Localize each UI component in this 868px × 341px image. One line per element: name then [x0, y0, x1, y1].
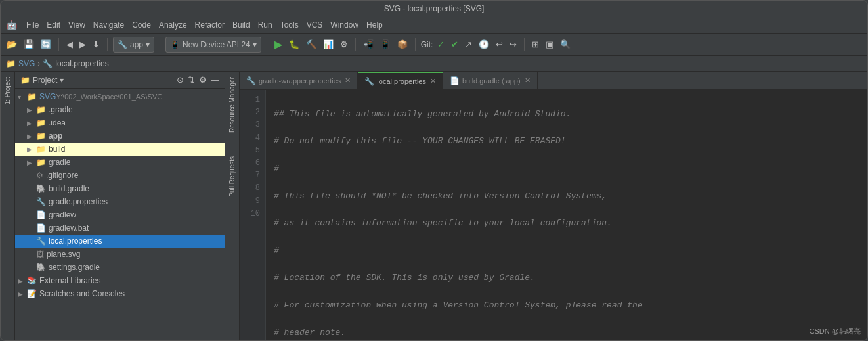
menu-refactor[interactable]: Refactor — [191, 19, 228, 31]
menu-analyze[interactable]: Analyze — [155, 19, 191, 31]
sdk-btn[interactable]: 📦 — [395, 38, 410, 51]
sep-2 — [107, 38, 108, 51]
tab-local-properties[interactable]: 🔧 local.properties ✕ — [358, 72, 443, 90]
project-tab[interactable]: 1: Project — [2, 72, 13, 110]
menu-edit[interactable]: Edit — [43, 19, 64, 31]
pull-requests-tab[interactable]: Pull Requests — [227, 151, 238, 202]
back-btn[interactable]: ◀ — [64, 38, 75, 51]
tree-root[interactable]: ▾ 📁 SVG Y:\002_WorkSpace\001_AS\SVG — [15, 90, 225, 103]
project-folder-icon: 📁 — [20, 76, 30, 85]
device-dropdown[interactable]: 📱 New Device API 24 ▾ — [165, 37, 261, 53]
toolbar: 📂 💾 🔄 ◀ ▶ ⬇ 🔧 app ▾ 📱 New Device API 24 … — [1, 34, 867, 56]
sep-7 — [524, 38, 525, 51]
menu-navigate[interactable]: Navigate — [89, 19, 128, 31]
code-editor[interactable]: 1 2 3 4 5 6 7 8 9 10 ## This file is aut… — [240, 90, 867, 341]
build2-btn[interactable]: ⚙ — [338, 38, 350, 51]
tree-scratches[interactable]: ▶ 📝 Scratches and Consoles — [15, 287, 225, 300]
tab-gradle-wrapper-close[interactable]: ✕ — [345, 76, 351, 85]
menu-build[interactable]: Build — [228, 19, 254, 31]
tree-app-folder[interactable]: ▶ 📁 app — [15, 129, 225, 143]
menu-window[interactable]: Window — [326, 19, 362, 31]
device-icon: 📱 — [170, 40, 180, 49]
gradlew-bat-label: gradlew.bat — [49, 223, 89, 233]
tree-gitignore[interactable]: ⚙ .gitignore — [15, 169, 225, 182]
title-text: SVG - local.properties [SVG] — [384, 4, 485, 13]
ln-10: 10 — [245, 208, 260, 220]
tree-local-properties[interactable]: 🔧 local.properties — [15, 235, 225, 248]
forward-btn[interactable]: ▶ — [77, 38, 88, 51]
tree-plane-svg[interactable]: 🖼 plane.svg — [15, 248, 225, 261]
recent-btn[interactable]: ⬇ — [91, 38, 102, 51]
close-panel-icon[interactable]: — — [211, 75, 219, 85]
code-line-4: # This file should *NOT* be checked into… — [274, 190, 859, 204]
git-check2-btn[interactable]: ✔ — [449, 38, 460, 51]
breadcrumb-file[interactable]: local.properties — [55, 59, 108, 68]
menu-file[interactable]: File — [22, 19, 43, 31]
gitignore-icon: ⚙ — [36, 171, 43, 180]
menu-tools[interactable]: Tools — [276, 19, 303, 31]
tree-build-gradle[interactable]: 🐘 build.gradle — [15, 182, 225, 195]
project-actions: ⊙ ⇅ ⚙ — — [177, 75, 219, 85]
settings-icon[interactable]: ⚙ — [199, 75, 207, 85]
ln-1: 1 — [245, 94, 260, 106]
git-check-btn[interactable]: ✓ — [435, 38, 446, 51]
tree-gradle-folder[interactable]: ▶ 📁 .gradle — [15, 103, 225, 116]
scope-icon[interactable]: ⊙ — [177, 75, 184, 85]
root-path: Y:\002_WorkSpace\001_AS\SVG — [56, 93, 162, 101]
menu-help[interactable]: Help — [362, 19, 387, 31]
avd-btn[interactable]: 📱 — [378, 38, 393, 51]
menu-view[interactable]: View — [64, 19, 89, 31]
code-line-6: # — [274, 244, 859, 258]
tab-build-gradle[interactable]: 📄 build.gradle (:app) ✕ — [443, 72, 538, 90]
gradle-props-label: gradle.properties — [49, 197, 108, 206]
git-undo-btn[interactable]: ↩ — [494, 38, 505, 51]
ln-7: 7 — [245, 170, 260, 182]
tab-build-gradle-close[interactable]: ✕ — [525, 76, 531, 85]
git-clock-btn[interactable]: 🕐 — [477, 38, 491, 51]
scratches-icon: 📝 — [27, 289, 37, 298]
ln-5: 5 — [245, 145, 260, 157]
tab-local-props-close[interactable]: ✕ — [430, 77, 436, 85]
git-redo-btn[interactable]: ↪ — [508, 38, 519, 51]
local-props-icon: 🔧 — [36, 237, 46, 246]
tree-gradlew[interactable]: 📄 gradlew — [15, 208, 225, 221]
layout-btn[interactable]: ⊞ — [530, 38, 541, 51]
resource-manager-tab[interactable]: Resource Manager — [227, 72, 238, 138]
extlibs-arrow: ▶ — [18, 277, 27, 284]
root-arrow: ▾ — [18, 93, 27, 101]
tree-gradlew-bat[interactable]: 📄 gradlew.bat — [15, 221, 225, 235]
tab-gradle-wrapper[interactable]: 🔧 gradle-wrapper.properties ✕ — [240, 72, 358, 90]
terminal-btn[interactable]: ▣ — [544, 38, 555, 51]
sync-btn[interactable]: 🔄 — [39, 38, 53, 51]
tree-idea-folder[interactable]: ▶ 📁 .idea — [15, 116, 225, 129]
title-bar: SVG - local.properties [SVG] — [1, 1, 867, 16]
gradle-btn[interactable]: 🔨 — [304, 38, 318, 51]
menu-vcs[interactable]: VCS — [303, 19, 327, 31]
build-gradle-label: build.gradle — [49, 184, 89, 193]
code-line-9: # header note. — [274, 327, 859, 340]
save-btn[interactable]: 💾 — [22, 38, 36, 51]
app-dropdown[interactable]: 🔧 app ▾ — [113, 37, 154, 53]
code-content[interactable]: ## This file is automatically generated … — [266, 90, 867, 341]
debug-btn[interactable]: 🐛 — [287, 38, 301, 51]
app-dropdown-icon: 🔧 — [118, 40, 127, 49]
sep-1 — [58, 38, 59, 51]
run-btn[interactable]: ▶ — [272, 37, 284, 52]
tree-gradle2-folder[interactable]: ▶ 📁 gradle — [15, 156, 225, 169]
tree-gradle-props[interactable]: 🔧 gradle.properties — [15, 195, 225, 208]
breadcrumb-svg[interactable]: SVG — [18, 59, 35, 68]
sort-icon[interactable]: ⇅ — [188, 75, 195, 85]
menu-code[interactable]: Code — [128, 19, 155, 31]
search-btn[interactable]: 🔍 — [558, 38, 573, 51]
git-push-btn[interactable]: ↗ — [463, 38, 474, 51]
devices-btn[interactable]: 📲 — [361, 38, 376, 51]
code-line-1: ## This file is automatically generated … — [274, 108, 859, 122]
sep-6 — [415, 38, 416, 51]
open-btn[interactable]: 📂 — [5, 38, 19, 51]
tree-external-libs[interactable]: ▶ 📚 External Libraries — [15, 274, 225, 287]
project-header: 📁 Project ▾ ⊙ ⇅ ⚙ — — [15, 72, 225, 89]
tree-build-folder[interactable]: ▶ 📁 build — [15, 143, 225, 156]
tree-settings-gradle[interactable]: 🐘 settings.gradle — [15, 261, 225, 274]
menu-run[interactable]: Run — [254, 19, 276, 31]
profile-btn[interactable]: 📊 — [321, 38, 336, 51]
